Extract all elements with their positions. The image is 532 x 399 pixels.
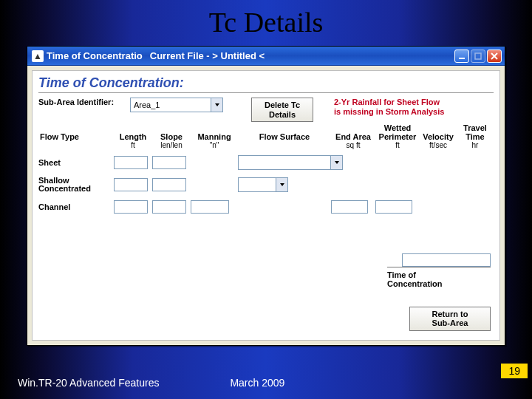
sub-area-value: Area_1: [131, 100, 211, 109]
shallow-length-input[interactable]: [114, 178, 148, 191]
warning-text: 2-Yr Rainfall for Sheet Flow is missing …: [334, 98, 444, 117]
col-surface: Flow Surface: [238, 132, 331, 141]
footer-date: March 2009: [230, 377, 284, 389]
channel-length-input[interactable]: [114, 200, 148, 214]
tc-label: Time of Concentration: [387, 270, 491, 288]
slide-title: Tc Details: [0, 0, 532, 43]
tc-summary: Time of Concentration: [387, 253, 491, 288]
unit-manning: "n": [191, 141, 238, 151]
chevron-down-icon[interactable]: [211, 98, 222, 112]
unit-wetted-perimeter: ft: [375, 141, 420, 151]
row-shallow: Shallow Concentrated: [38, 174, 494, 196]
sub-area-label: Sub-Area Identifier:: [38, 98, 126, 106]
col-velocity: Velocity: [420, 132, 457, 141]
app-icon: ▲: [32, 50, 44, 62]
row-channel: Channel: [38, 199, 494, 215]
section-title: Time of Concentration:: [38, 75, 494, 93]
channel-end-area-input[interactable]: [331, 200, 368, 214]
row-sheet-label: Sheet: [38, 159, 114, 167]
svg-rect-0: [459, 58, 465, 59]
return-button[interactable]: Return to Sub-Area: [409, 307, 491, 331]
col-end-area: End Area: [331, 132, 375, 141]
titlebar: ▲ Time of Concentratio Current File - > …: [27, 47, 505, 66]
channel-wetted-perimeter-input[interactable]: [375, 200, 412, 214]
chevron-down-icon[interactable]: [330, 156, 342, 169]
app-window: ▲ Time of Concentratio Current File - > …: [27, 46, 505, 346]
title-text-left: Time of Concentratio: [47, 50, 143, 61]
channel-slope-input[interactable]: [152, 200, 186, 214]
tc-value-display: [402, 253, 491, 267]
sheet-surface-combo[interactable]: [238, 155, 343, 170]
chevron-down-icon[interactable]: [276, 178, 287, 191]
client-area: Time of Concentration: Sub-Area Identifi…: [32, 70, 500, 341]
row-shallow-label: Shallow Concentrated: [38, 177, 114, 193]
col-flow-type: Flow Type: [38, 132, 114, 141]
row-sheet: Sheet: [38, 154, 494, 171]
col-slope: Slope: [152, 132, 191, 141]
svg-rect-1: [475, 53, 481, 59]
col-wetted-perimeter: Wetted Perimeter: [375, 123, 420, 141]
shallow-surface-combo[interactable]: [238, 177, 288, 192]
sheet-length-input[interactable]: [114, 156, 148, 169]
col-travel-time: Travel Time: [457, 123, 494, 141]
maximize-button: [471, 50, 485, 63]
shallow-slope-input[interactable]: [152, 178, 186, 191]
close-button[interactable]: [487, 50, 502, 63]
unit-slope: len/len: [152, 141, 191, 151]
sub-area-combo[interactable]: Area_1: [130, 98, 223, 112]
col-manning: Manning: [191, 132, 238, 141]
unit-length: ft: [114, 141, 152, 151]
row-channel-label: Channel: [38, 203, 114, 211]
col-length: Length: [114, 132, 152, 141]
slide-number: 19: [501, 364, 528, 378]
slide-footer: Win.TR-20 Advanced Features March 2009: [18, 377, 284, 389]
minimize-button[interactable]: [454, 50, 469, 63]
unit-end-area: sq ft: [331, 141, 375, 151]
sheet-slope-input[interactable]: [152, 156, 186, 169]
unit-travel-time: hr: [457, 141, 494, 151]
window-controls: [454, 50, 503, 63]
delete-tc-button[interactable]: Delete Tc Details: [251, 98, 313, 122]
tc-grid: Flow Type Length Slope Manning Flow Surf…: [38, 123, 494, 215]
channel-manning-input[interactable]: [191, 200, 229, 214]
unit-velocity: ft/sec: [420, 141, 457, 151]
title-text-file: Current File - > Untitled <: [143, 50, 454, 61]
footer-left: Win.TR-20 Advanced Features: [18, 377, 159, 389]
